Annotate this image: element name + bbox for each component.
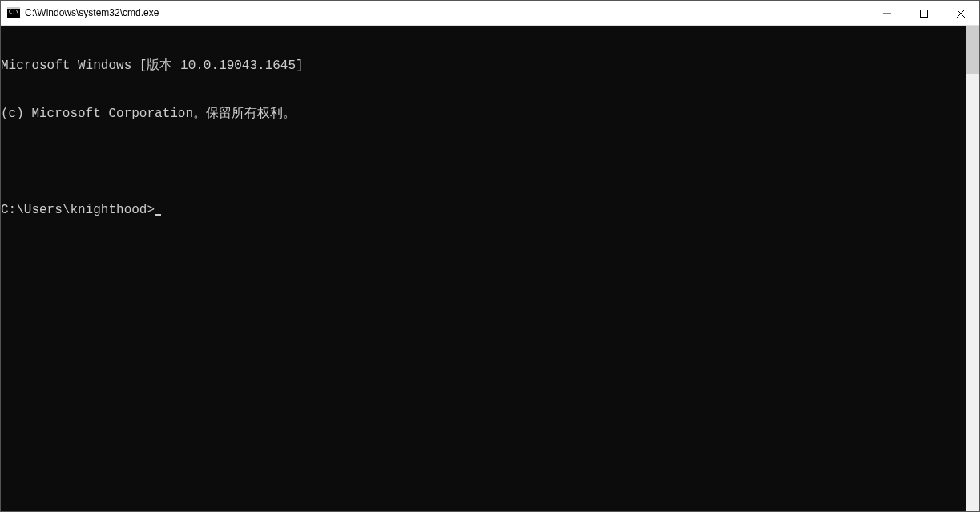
- svg-text:C:\: C:\: [9, 9, 19, 15]
- console-line-version: Microsoft Windows [版本 10.0.19043.1645]: [1, 58, 966, 74]
- vertical-scrollbar[interactable]: [966, 26, 979, 511]
- maximize-button[interactable]: [905, 1, 942, 26]
- console-output[interactable]: Microsoft Windows [版本 10.0.19043.1645] (…: [1, 26, 966, 511]
- console-line-copyright: (c) Microsoft Corporation。保留所有权利。: [1, 106, 966, 122]
- console-prompt: C:\Users\knighthood>: [1, 202, 155, 218]
- svg-rect-5: [921, 10, 928, 17]
- app-icon: C:\: [7, 6, 20, 19]
- scrollbar-thumb[interactable]: [966, 26, 979, 74]
- window-title: C:\Windows\system32\cmd.exe: [25, 1, 869, 26]
- svg-rect-3: [7, 7, 20, 9]
- cursor-icon: [155, 214, 161, 216]
- window-titlebar[interactable]: C:\ C:\Windows\system32\cmd.exe: [1, 1, 979, 26]
- window-controls: [869, 1, 979, 25]
- minimize-button[interactable]: [869, 1, 905, 26]
- console-blank-line: [1, 154, 966, 170]
- console-prompt-line: C:\Users\knighthood>: [1, 202, 966, 218]
- close-button[interactable]: [942, 1, 979, 26]
